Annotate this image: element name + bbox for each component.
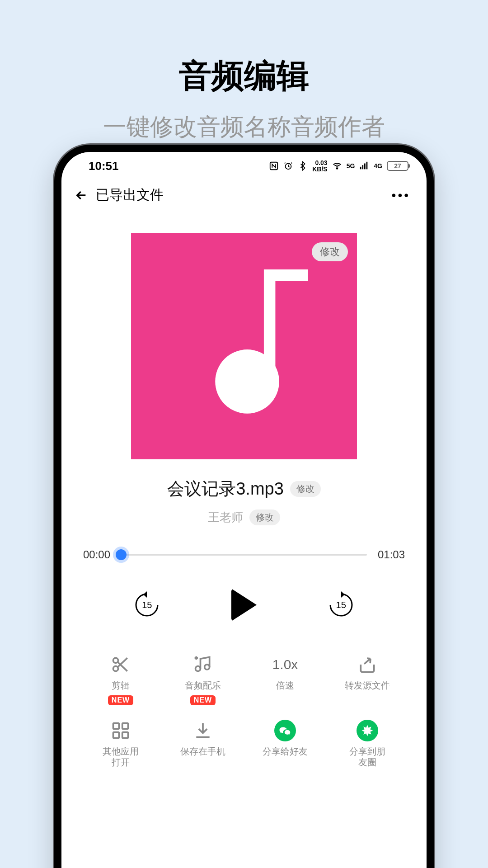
- svg-rect-6: [366, 162, 368, 170]
- svg-rect-3: [360, 167, 361, 170]
- rewind-seconds: 15: [142, 600, 152, 610]
- file-title-row: 会议记录3.mp3 修改: [167, 477, 321, 500]
- slider-track: [121, 554, 367, 556]
- action-music[interactable]: 音频配乐 NEW: [162, 653, 244, 705]
- action-label: 转发源文件: [345, 680, 390, 691]
- svg-point-10: [196, 666, 201, 671]
- file-name: 会议记录3.mp3: [167, 477, 284, 500]
- action-grid: 剪辑 NEW 音频配乐 NEW 1.0x: [80, 653, 408, 768]
- progress-slider[interactable]: [121, 548, 367, 561]
- action-cut[interactable]: 剪辑 NEW: [80, 653, 162, 705]
- play-button[interactable]: [231, 589, 257, 621]
- svg-point-2: [336, 168, 338, 169]
- edit-author-button[interactable]: 修改: [249, 509, 280, 525]
- new-badge: NEW: [190, 695, 216, 705]
- music-plus-icon: [193, 655, 213, 675]
- action-label: 音频配乐: [185, 680, 221, 691]
- music-note-icon: [176, 269, 312, 423]
- status-right: 0.03 KB/S 5G 4G 27: [269, 160, 408, 172]
- svg-rect-4: [362, 165, 364, 169]
- forward-seconds: 15: [336, 600, 346, 610]
- time-current: 00:00: [80, 548, 114, 561]
- svg-point-7: [215, 349, 279, 414]
- file-author: 王老师: [208, 509, 243, 525]
- nav-title: 已导出文件: [96, 186, 164, 204]
- nav-bar: 已导出文件 •••: [61, 175, 427, 215]
- new-badge: NEW: [108, 695, 133, 705]
- svg-point-9: [113, 666, 118, 671]
- svg-rect-15: [122, 732, 128, 738]
- svg-rect-13: [122, 723, 128, 729]
- svg-rect-5: [364, 164, 366, 170]
- svg-rect-12: [113, 723, 119, 729]
- alarm-icon: [283, 161, 293, 171]
- share-icon: [357, 655, 377, 675]
- action-forward-source[interactable]: 转发源文件: [326, 653, 408, 705]
- phone-frame: 10:51 0.03 KB/S 5G 4G 27 已导出文件: [54, 145, 434, 868]
- rewind-15-button[interactable]: 15: [132, 590, 161, 619]
- download-icon: [193, 721, 213, 741]
- action-label: 剪辑: [112, 680, 130, 691]
- author-row: 王老师 修改: [208, 509, 280, 525]
- nfc-icon: [269, 161, 279, 171]
- speed-value: 1.0x: [272, 657, 298, 672]
- action-speed[interactable]: 1.0x 倍速: [244, 653, 326, 705]
- svg-point-11: [205, 665, 210, 670]
- forward-15-button[interactable]: 15: [327, 590, 356, 619]
- status-time: 10:51: [89, 159, 119, 173]
- play-icon: [231, 589, 257, 621]
- action-save[interactable]: 保存在手机: [162, 719, 244, 768]
- status-4g: 4G: [374, 162, 382, 170]
- wifi-icon: [332, 161, 342, 171]
- arrow-left-icon: [74, 188, 89, 203]
- action-open-other[interactable]: 其他应用 打开: [80, 719, 162, 768]
- action-share-moments[interactable]: 分享到朋 友圈: [326, 719, 408, 768]
- action-label: 保存在手机: [180, 746, 225, 757]
- svg-rect-14: [113, 732, 119, 738]
- play-controls: 15 15: [80, 589, 408, 621]
- svg-point-8: [113, 658, 118, 663]
- action-label: 倍速: [276, 680, 294, 691]
- edit-name-button[interactable]: 修改: [290, 481, 321, 497]
- back-button[interactable]: [74, 188, 92, 203]
- signal-icon: [359, 161, 369, 171]
- status-kbs: 0.03 KB/S: [312, 160, 327, 172]
- status-5g: 5G: [347, 162, 355, 170]
- content: 修改 会议记录3.mp3 修改 王老师 修改 00:00 01:03: [61, 215, 427, 768]
- slider-thumb[interactable]: [116, 549, 127, 560]
- moments-icon: [357, 720, 378, 741]
- action-label: 分享给好友: [263, 746, 308, 757]
- page-title: 音频编辑: [0, 0, 488, 98]
- more-button[interactable]: •••: [392, 188, 414, 203]
- progress-row: 00:00 01:03: [80, 548, 408, 561]
- apps-icon: [111, 721, 131, 741]
- wechat-icon: [274, 720, 296, 741]
- status-bar: 10:51 0.03 KB/S 5G 4G 27: [61, 152, 427, 175]
- bluetooth-icon: [298, 161, 308, 171]
- phone-screen: 10:51 0.03 KB/S 5G 4G 27 已导出文件: [61, 152, 427, 868]
- action-label: 其他应用 打开: [103, 746, 139, 768]
- action-share-friend[interactable]: 分享给好友: [244, 719, 326, 768]
- scissors-icon: [111, 655, 131, 675]
- battery-icon: 27: [387, 161, 408, 171]
- action-label: 分享到朋 友圈: [349, 746, 385, 768]
- page-subtitle: 一键修改音频名称音频作者: [0, 98, 488, 143]
- edit-cover-button[interactable]: 修改: [312, 242, 348, 261]
- audio-cover[interactable]: 修改: [131, 233, 357, 459]
- time-total: 01:03: [374, 548, 408, 561]
